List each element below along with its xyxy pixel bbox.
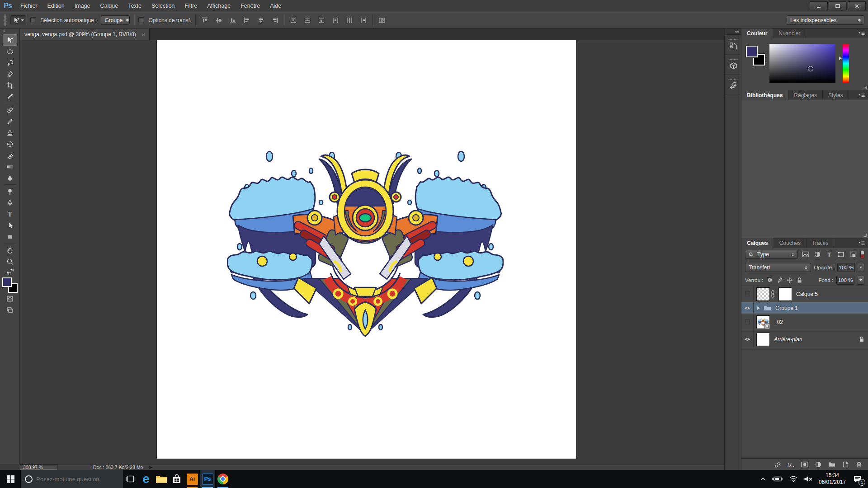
windows-store-taskbar-button[interactable]: [169, 470, 184, 488]
new-group-button[interactable]: [828, 460, 835, 468]
fill-dropdown-arrow[interactable]: [858, 276, 864, 285]
close-button[interactable]: [848, 1, 866, 10]
rectangle-tool-button[interactable]: [3, 231, 17, 242]
tab-reglages[interactable]: Réglages: [788, 90, 823, 100]
layer-thumbnail-transparent[interactable]: [756, 287, 770, 301]
canvas[interactable]: [157, 40, 576, 459]
maximize-button[interactable]: [829, 1, 847, 10]
auto-align-layers-button[interactable]: [377, 15, 387, 25]
search-input[interactable]: [36, 476, 116, 483]
lock-pixels-button[interactable]: [776, 277, 783, 283]
tab-traces[interactable]: Tracés: [807, 238, 834, 248]
foreground-color-swatch[interactable]: [746, 46, 758, 57]
menu-filtre[interactable]: Filtre: [179, 0, 202, 12]
pencil-tool-button[interactable]: [3, 116, 17, 127]
layer-name[interactable]: Arrière-plan: [774, 336, 802, 343]
visibility-well[interactable]: [741, 286, 754, 302]
visibility-well[interactable]: [741, 330, 754, 348]
layer-style-button[interactable]: fx: [787, 460, 795, 468]
start-button[interactable]: [0, 470, 21, 488]
minimize-button[interactable]: [810, 1, 828, 10]
menu-fenetre[interactable]: Fenêtre: [236, 0, 265, 12]
layer-thumbnail-artwork[interactable]: [756, 315, 770, 329]
align-bottom-edges-button[interactable]: [228, 15, 238, 25]
align-top-edges-button[interactable]: [200, 15, 210, 25]
layer-filtering-toggle[interactable]: [860, 251, 864, 258]
align-horizontal-centers-button[interactable]: [256, 15, 266, 25]
layer-row-calque-5[interactable]: Calque 5: [741, 286, 868, 302]
layer-filter-type-dropdown[interactable]: Type: [745, 250, 798, 259]
new-layer-button[interactable]: [841, 460, 849, 468]
lock-position-button[interactable]: [786, 277, 793, 283]
hue-slider[interactable]: [843, 44, 849, 83]
auto-select-checkbox[interactable]: [30, 17, 36, 23]
add-layer-mask-button[interactable]: [801, 460, 808, 468]
menu-image[interactable]: Image: [70, 0, 95, 12]
hue-slider-pointer[interactable]: [839, 56, 842, 60]
visibility-well[interactable]: [741, 314, 754, 330]
blend-mode-dropdown[interactable]: Transfert: [745, 263, 811, 272]
group-expand-triangle[interactable]: [757, 306, 760, 310]
filter-adjustment-layers-button[interactable]: [813, 250, 821, 258]
menu-edition[interactable]: Edition: [42, 0, 70, 12]
lasso-tool-button[interactable]: [3, 57, 17, 68]
layer-mask-thumbnail[interactable]: [778, 287, 792, 301]
distribute-top-edges-button[interactable]: [288, 15, 298, 25]
hand-tool-button[interactable]: [3, 244, 17, 256]
auto-select-target-dropdown[interactable]: Groupe: [101, 15, 130, 25]
opacity-value[interactable]: 100 %: [837, 263, 855, 272]
distribute-horizontal-centers-button[interactable]: [344, 15, 354, 25]
distribute-vertical-centers-button[interactable]: [302, 15, 312, 25]
visibility-well[interactable]: [741, 302, 754, 314]
background-layer-thumbnail[interactable]: [756, 333, 770, 346]
task-view-button[interactable]: [123, 470, 138, 488]
layer-row-arriere-plan[interactable]: Arrière-plan: [741, 330, 868, 348]
panel-resize-grip[interactable]: [863, 85, 867, 89]
layer-row-groupe-1[interactable]: Groupe 1: [741, 302, 868, 314]
history-brush-tool-button[interactable]: [3, 138, 17, 150]
chrome-taskbar-button[interactable]: [215, 470, 231, 488]
illustrator-taskbar-button[interactable]: Ai: [184, 470, 200, 488]
layer-name[interactable]: _02: [774, 319, 783, 325]
layer-name[interactable]: Groupe 1: [775, 305, 798, 311]
foreground-color-swatch[interactable]: [2, 277, 12, 287]
link-layers-button[interactable]: [774, 460, 781, 468]
menu-texte[interactable]: Texte: [123, 0, 146, 12]
type-tool-button[interactable]: T: [3, 208, 17, 220]
battery-charging-icon[interactable]: [772, 476, 783, 482]
photoshop-taskbar-button[interactable]: Ps: [200, 470, 215, 488]
workspace-switcher-dropdown[interactable]: Les indispensables: [787, 15, 864, 25]
lock-transparency-button[interactable]: [766, 277, 773, 283]
align-left-edges-button[interactable]: [242, 15, 252, 25]
action-center-button[interactable]: 1: [852, 473, 863, 485]
panel-menu-button[interactable]: [858, 28, 868, 38]
tab-couleur[interactable]: Couleur: [741, 28, 773, 38]
lock-all-button[interactable]: [796, 277, 803, 283]
distribute-left-edges-button[interactable]: [330, 15, 340, 25]
tools-panel-collapse-button[interactable]: »: [0, 28, 5, 34]
spot-healing-brush-tool-button[interactable]: [3, 104, 17, 116]
wifi-icon[interactable]: [789, 476, 798, 482]
fill-value[interactable]: 100 %: [836, 276, 854, 285]
document-pasteboard[interactable]: [20, 40, 724, 464]
zoom-level-field[interactable]: [20, 465, 58, 470]
path-selection-tool-button[interactable]: [3, 220, 17, 231]
tab-styles[interactable]: Styles: [823, 90, 849, 100]
options-bar-grip[interactable]: [4, 14, 6, 26]
menu-affichage[interactable]: Affichage: [202, 0, 236, 12]
show-transform-controls-checkbox[interactable]: [138, 17, 144, 23]
menu-aide[interactable]: Aide: [265, 0, 286, 12]
tab-bibliotheques[interactable]: Bibliothèques: [741, 90, 788, 100]
menu-fichier[interactable]: Fichier: [15, 0, 42, 12]
tray-chevron-icon[interactable]: [760, 477, 766, 481]
volume-muted-icon[interactable]: [804, 476, 813, 482]
taskbar-clock[interactable]: 15:34 06/01/2017: [819, 472, 846, 486]
filter-pixel-layers-button[interactable]: [802, 250, 810, 258]
distribute-bottom-edges-button[interactable]: [316, 15, 326, 25]
tab-couches[interactable]: Couches: [774, 238, 807, 248]
eraser-tool-button[interactable]: [3, 150, 17, 161]
zoom-tool-button[interactable]: [3, 256, 17, 267]
panel-resize-grip[interactable]: [863, 233, 867, 237]
align-vertical-centers-button[interactable]: [214, 15, 224, 25]
panel-menu-button[interactable]: [858, 90, 868, 100]
